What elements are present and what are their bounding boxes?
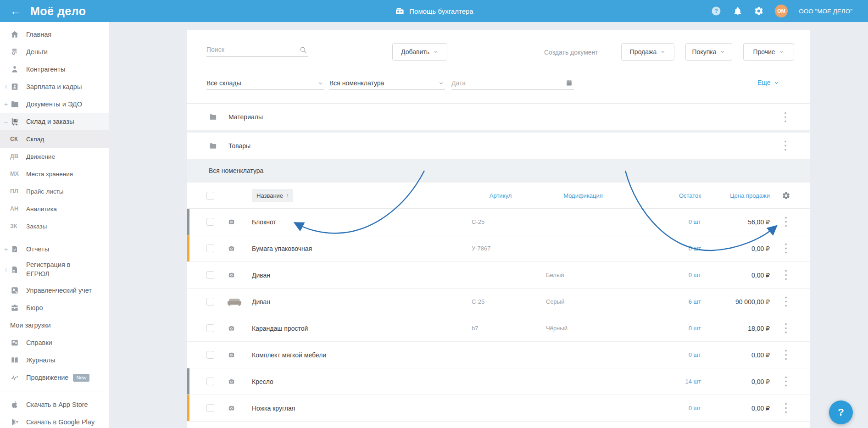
doc-button-label: Прочие — [753, 48, 775, 56]
row-menu-kebab-icon[interactable] — [781, 240, 790, 256]
column-header-variant[interactable]: Модификация — [542, 192, 642, 199]
sidebar-item-salary[interactable]: +Зарплата и кадры — [0, 78, 109, 95]
column-header-name[interactable]: Название ↑ — [252, 189, 293, 202]
row-menu-kebab-icon[interactable] — [781, 267, 790, 283]
folder-row[interactable]: Товары — [187, 133, 810, 159]
collapse-minus-icon[interactable]: – — [4, 118, 8, 125]
row-menu-kebab-icon[interactable] — [781, 400, 790, 416]
expand-plus-icon[interactable]: + — [4, 83, 8, 90]
item-stock-link[interactable]: 14 шт — [642, 378, 707, 385]
row-menu-kebab-icon[interactable] — [781, 347, 790, 363]
item-stock-link[interactable]: 0 шт — [642, 405, 707, 411]
column-header-qty[interactable]: Остаток — [642, 192, 707, 199]
table-row[interactable]: ДиванС-25Серый6 шт90 000,00 ₽ — [187, 289, 810, 315]
sidebar-item-sub-6[interactable]: СКСклад — [0, 130, 109, 148]
table-settings-gear-icon[interactable] — [782, 191, 790, 200]
sidebar-item-documents[interactable]: +Документы и ЭДО — [0, 95, 109, 113]
table-row[interactable]: БлокнотС-250 шт56,00 ₽ — [187, 209, 810, 235]
create-document-buttons: ПродажаПокупкаПрочие — [621, 43, 794, 61]
item-stock-link[interactable]: 0 шт — [642, 351, 707, 358]
help-fab-button[interactable]: ? — [829, 400, 853, 424]
accountant-help-link[interactable]: Помощь бухгалтера — [395, 6, 473, 16]
item-stock-link[interactable]: 0 шт — [642, 325, 707, 332]
row-checkbox[interactable] — [206, 378, 214, 385]
sidebar-item-journals[interactable]: Журналы — [0, 351, 109, 369]
calendar-icon[interactable] — [565, 79, 573, 87]
sidebar-item-apple[interactable]: Скачать в App Store — [0, 396, 109, 413]
row-checkbox[interactable] — [206, 324, 214, 332]
row-checkbox[interactable] — [206, 351, 214, 359]
row-menu-kebab-icon[interactable] — [781, 373, 790, 389]
search-field — [206, 43, 308, 57]
folder-row[interactable]: Материалы — [187, 104, 810, 130]
row-menu-kebab-icon[interactable] — [781, 138, 790, 154]
item-stock-link[interactable]: 0 шт — [642, 218, 707, 225]
search-icon[interactable] — [299, 46, 307, 54]
sidebar-item-sub-9[interactable]: ПЛПрайс-листы — [0, 183, 109, 200]
sidebar-item-managerial[interactable]: ₽Управленческий учет — [0, 282, 109, 299]
item-sku: С-25 — [468, 298, 542, 305]
date-filter-field[interactable] — [451, 76, 574, 90]
expand-plus-icon[interactable]: + — [4, 100, 8, 108]
item-stock-link[interactable]: 6 шт — [642, 298, 707, 305]
date-input[interactable] — [451, 76, 562, 87]
row-checkbox[interactable] — [206, 245, 214, 252]
row-checkbox[interactable] — [206, 404, 214, 412]
user-avatar[interactable]: ОМ — [775, 5, 788, 17]
row-checkbox[interactable] — [206, 298, 214, 306]
journals-icon — [10, 356, 19, 365]
row-menu-kebab-icon[interactable] — [781, 214, 790, 230]
expand-plus-icon[interactable]: + — [4, 245, 8, 253]
sidebar-item-references[interactable]: Справки — [0, 334, 109, 351]
sidebar-item-reports[interactable]: +Отчеты — [0, 240, 109, 258]
sidebar-item-row-16[interactable]: Мои загрузки — [0, 317, 109, 334]
sidebar-item-sub-10[interactable]: АНАналитика — [0, 200, 109, 217]
camera-icon — [228, 378, 235, 385]
row-checkbox[interactable] — [206, 218, 214, 226]
row-menu-kebab-icon[interactable] — [781, 320, 790, 336]
column-header-price[interactable]: Цена продажи — [707, 192, 775, 199]
sidebar-item-sub-11[interactable]: ЗКЗаказы — [0, 217, 109, 235]
add-button[interactable]: Добавить — [392, 43, 447, 61]
row-menu-kebab-icon[interactable] — [781, 109, 790, 125]
select-all-checkbox[interactable] — [206, 192, 214, 200]
table-row[interactable]: Комплект мягкой мебели0 шт0,00 ₽ — [187, 342, 810, 368]
back-arrow-icon[interactable]: ← — [10, 6, 21, 17]
warehouse-filter-select[interactable]: Все склады — [206, 76, 324, 90]
create-doc-button-0[interactable]: Продажа — [621, 43, 674, 61]
table-row[interactable]: ДиванБелый0 шт0,00 ₽ — [187, 262, 810, 289]
column-header-sku[interactable]: Артикул — [468, 192, 542, 199]
row-menu-kebab-icon[interactable] — [781, 294, 790, 310]
company-name[interactable]: ООО "МОЕ ДЕЛО" — [799, 8, 852, 15]
sidebar-item-google-play[interactable]: Скачать в Google Play — [0, 413, 109, 428]
sidebar-subitem-abbrev: АН — [10, 206, 19, 212]
table-row[interactable]: Карандаш простойb7Чёрный0 шт18,00 ₽ — [187, 315, 810, 342]
create-doc-button-2[interactable]: Прочие — [743, 43, 794, 61]
item-price: 0,00 ₽ — [707, 378, 775, 385]
expand-plus-icon[interactable]: + — [4, 266, 8, 273]
more-link[interactable]: Еще — [757, 79, 779, 86]
sidebar-item-home[interactable]: Главная — [0, 26, 109, 43]
folder-icon — [209, 142, 217, 150]
create-doc-button-1[interactable]: Покупка — [685, 43, 732, 61]
sidebar-item-warehouse[interactable]: –Склад и заказы — [0, 113, 109, 130]
sidebar-item-sub-8[interactable]: МХМеста хранения — [0, 165, 109, 183]
sidebar-item-contractors[interactable]: Контрагенты — [0, 61, 109, 78]
settings-gear-icon[interactable] — [754, 6, 764, 16]
table-row[interactable]: Кресло14 шт0,00 ₽ — [187, 368, 810, 395]
sidebar-item-bureau[interactable]: Бюро — [0, 299, 109, 317]
table-row[interactable]: Бумага упаковочнаяУ-78670 шт0,00 ₽ — [187, 235, 810, 262]
sidebar-item-registration[interactable]: +Регистрация в ЕГРЮЛ — [0, 258, 109, 282]
row-checkbox[interactable] — [206, 271, 214, 279]
sidebar-item-promotion[interactable]: ПродвижениеNew — [0, 369, 109, 386]
help-icon[interactable]: ? — [711, 6, 722, 17]
item-stock-link[interactable]: 0 шт — [642, 272, 707, 278]
sidebar-item-sub-7[interactable]: ДВДвижение — [0, 148, 109, 165]
sidebar-item-money[interactable]: ₽Деньги — [0, 43, 109, 61]
item-stock-link[interactable]: 0 шт — [642, 245, 707, 252]
nomenclature-filter-select[interactable]: Вся номенклатура — [329, 76, 445, 90]
search-input[interactable] — [206, 43, 294, 53]
table-row[interactable]: Ножка круглая0 шт0,00 ₽ — [187, 395, 810, 422]
row-status-bar-orange — [187, 395, 189, 421]
notifications-bell-icon[interactable] — [733, 6, 743, 16]
